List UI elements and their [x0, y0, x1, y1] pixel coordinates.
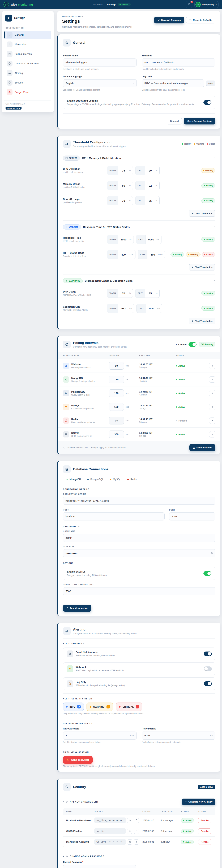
collection-warn-input[interactable] — [118, 307, 129, 310]
host-input[interactable] — [63, 513, 165, 521]
generate-api-key-button[interactable]: Generate New API Key — [182, 799, 215, 805]
webhook-toggle[interactable] — [204, 666, 212, 671]
current-password-input[interactable] — [63, 865, 136, 868]
revoke-key-button[interactable]: Revoke — [198, 829, 211, 834]
revoke-key-button[interactable]: Revoke — [198, 839, 211, 845]
warning-checkbox[interactable] — [106, 705, 110, 709]
username-input[interactable] — [63, 534, 215, 542]
sidebar-item-security[interactable]: Security — [4, 79, 51, 87]
ssl-toggle[interactable] — [203, 571, 212, 576]
pause-monitor-button[interactable] — [209, 363, 215, 369]
collection-crit-input[interactable] — [146, 307, 157, 310]
tab-postgresql[interactable]: PostgreSQL — [85, 476, 106, 483]
collapse-group-button[interactable] — [213, 226, 215, 228]
copy-key-button[interactable] — [134, 818, 139, 823]
website-interval-input[interactable] — [109, 362, 124, 370]
mongodb-interval-input[interactable] — [109, 376, 124, 383]
cpu-warn-input[interactable] — [118, 169, 129, 172]
db-disk-crit-input[interactable] — [145, 292, 156, 295]
active-dot — [176, 393, 177, 394]
pause-monitor-button[interactable] — [209, 431, 215, 437]
structured-logging-toggle[interactable] — [203, 100, 212, 105]
legend-warning: Warning — [194, 143, 204, 145]
pause-monitor-button[interactable] — [209, 376, 215, 383]
server-interval-input[interactable] — [109, 431, 124, 438]
memory-warn-input[interactable] — [118, 184, 129, 187]
all-active-toggle[interactable] — [189, 342, 196, 347]
sidebar-item-danger-zone[interactable]: Danger Zone — [4, 88, 51, 96]
revoke-key-button[interactable]: Revoke — [198, 818, 211, 823]
email-toggle[interactable] — [204, 652, 212, 656]
critical-dot — [207, 144, 208, 145]
sidebar-item-general[interactable]: General — [4, 31, 51, 39]
user-menu[interactable]: DN Ninegravity ▾ — [194, 1, 219, 8]
http-crit-input[interactable] — [148, 253, 158, 256]
language-select[interactable]: English ⌄ — [63, 79, 137, 87]
copy-key-button[interactable] — [134, 829, 139, 834]
response-warn-input[interactable] — [118, 238, 129, 241]
collapse-group-button[interactable] — [213, 279, 215, 282]
tab-mysql[interactable]: MySQL — [107, 476, 124, 483]
test-thresholds-button[interactable]: Test Thresholds — [189, 318, 215, 324]
connection-string-input[interactable] — [63, 497, 215, 505]
tab-mongodb[interactable]: MongoDB — [63, 476, 84, 483]
info-checkbox[interactable] — [77, 705, 81, 709]
discard-button[interactable]: Discard — [167, 118, 182, 124]
toggle-password-visibility-button[interactable] — [211, 552, 213, 555]
test-thresholds-button[interactable]: Test Thresholds — [189, 210, 215, 217]
breadcrumb-dashboard[interactable]: Dashboard — [92, 3, 103, 6]
redis-interval-input[interactable] — [109, 417, 124, 425]
collapse-group-button[interactable] — [213, 157, 215, 159]
save-general-settings-button[interactable]: Save General Settings — [184, 118, 215, 124]
response-crit-input[interactable] — [146, 238, 156, 241]
timezone-select[interactable]: IST — UTC+5:30 (Kolkata) ⌄ — [142, 59, 216, 66]
copy-key-button[interactable] — [134, 839, 139, 844]
reset-to-defaults-button[interactable]: Reset to Defaults — [186, 17, 215, 24]
db-disk-warn-input[interactable] — [118, 292, 129, 295]
sidebar-item-database-connections[interactable]: Database Connections — [4, 59, 51, 68]
pause-monitor-button[interactable] — [209, 390, 215, 396]
system-name-input[interactable] — [63, 59, 137, 66]
tab-redis[interactable]: Redis — [125, 476, 139, 483]
log-level-select[interactable]: INFO — Standard operational messages ⌄ — [142, 79, 204, 87]
log-only-toggle[interactable] — [204, 681, 212, 686]
warn-prefix: WARN — [107, 304, 118, 313]
mysql-interval-input[interactable] — [109, 403, 124, 411]
tab-label: Redis — [130, 478, 137, 481]
retry-attempts-input[interactable] — [63, 732, 137, 740]
disk-warn-input[interactable] — [118, 199, 129, 202]
api-key-management-header[interactable]: ▾ API KEY MANAGEMENT Generate New API Ke… — [63, 799, 215, 805]
test-thresholds-button[interactable]: Test Thresholds — [189, 264, 215, 271]
http-warn-input[interactable] — [118, 253, 129, 256]
change-admin-password-header[interactable]: ▾ CHANGE ADMIN PASSWORD — [63, 855, 215, 858]
reveal-key-button[interactable] — [127, 829, 132, 834]
memory-crit-input[interactable] — [145, 184, 156, 187]
port-input[interactable] — [169, 513, 215, 521]
save-all-changes-button[interactable]: Save All Changes — [154, 17, 184, 24]
severity-info-pill[interactable]: INFO — [63, 703, 84, 711]
notifications-button[interactable]: 4 — [186, 1, 192, 8]
disk-crit-input[interactable] — [145, 199, 156, 202]
password-input[interactable] — [63, 549, 215, 557]
threshold-row-collection-size: Collection SizeMongoDB collection / tabl… — [63, 301, 215, 316]
retry-interval-input[interactable] — [142, 732, 216, 740]
sidebar-item-alerting[interactable]: Alerting — [4, 69, 51, 77]
save-intervals-button[interactable]: Save Intervals — [189, 444, 215, 451]
reveal-key-button[interactable] — [127, 818, 132, 823]
resume-monitor-button[interactable] — [209, 417, 215, 424]
brand[interactable]: wise-monitoring — [3, 2, 33, 7]
severity-warning-pill[interactable]: WARNING — [87, 703, 113, 711]
sidebar-item-thresholds[interactable]: Thresholds — [4, 40, 51, 49]
critical-checkbox[interactable] — [136, 705, 139, 709]
postgresql-interval-input[interactable] — [109, 390, 124, 397]
severity-critical-pill[interactable]: CRITICAL — [116, 703, 142, 711]
cpu-crit-input[interactable] — [145, 169, 156, 172]
test-connection-button[interactable]: Test Connection — [63, 605, 91, 612]
reveal-key-button[interactable] — [127, 839, 132, 844]
pause-monitor-button[interactable] — [209, 404, 215, 410]
sidebar-item-polling-intervals[interactable]: Polling Intervals — [4, 50, 51, 58]
send-test-alert-button[interactable]: Send Test Alert — [63, 756, 93, 764]
last-run-time: 14:30:22 IST — [139, 404, 176, 407]
status-badge: Active — [181, 818, 194, 823]
timeout-input[interactable] — [63, 587, 215, 595]
